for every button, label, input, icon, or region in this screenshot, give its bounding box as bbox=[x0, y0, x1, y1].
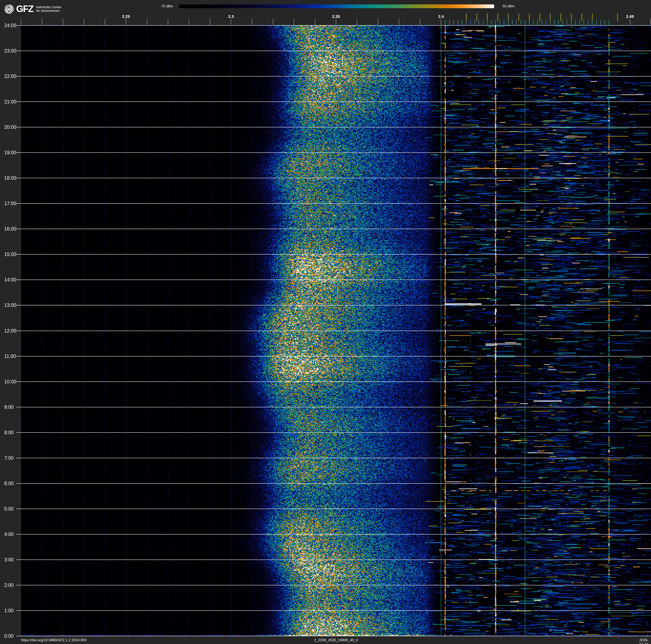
time-tick-3:00 bbox=[17, 559, 21, 560]
time-tick-11:00 bbox=[17, 356, 21, 356]
time-tick-16:00 bbox=[17, 229, 21, 229]
freq-label-2.4: 2.4 bbox=[438, 14, 444, 19]
time-label-9:00: 9:00 bbox=[4, 404, 14, 410]
time-label-4:00: 4:00 bbox=[4, 531, 14, 537]
ble-channel-tick bbox=[541, 20, 542, 25]
wifi-channel-tick bbox=[539, 13, 540, 21]
ble-channel-tick bbox=[554, 20, 555, 25]
freq-minor-tick bbox=[336, 19, 336, 25]
ble-channel-tick bbox=[575, 20, 576, 25]
freq-minor-tick bbox=[231, 19, 231, 25]
dataset-name: 2_2200_2500_10000_40_0 bbox=[314, 638, 358, 642]
ble-channel-tick bbox=[588, 20, 588, 25]
time-label-21:00: 21:00 bbox=[4, 99, 17, 105]
ble-channel-tick bbox=[537, 20, 538, 25]
ble-channel-tick bbox=[478, 20, 479, 25]
gfz-subtitle-line1: Helmholtz Centre bbox=[36, 5, 61, 9]
ble-channel-tick bbox=[495, 20, 496, 25]
ble-channel-tick bbox=[445, 20, 445, 25]
time-label-23:00: 23:00 bbox=[4, 48, 17, 54]
ble-channel-tick bbox=[558, 20, 559, 25]
time-tick-1:00 bbox=[17, 610, 21, 611]
freq-minor-tick bbox=[441, 19, 441, 25]
wifi-channel-tick bbox=[617, 13, 618, 21]
ble-channel-tick bbox=[525, 20, 525, 25]
wifi-channel-tick bbox=[560, 13, 561, 21]
ble-channel-tick bbox=[517, 20, 517, 25]
ble-channel-tick bbox=[462, 20, 462, 25]
time-label-19:00: 19:00 bbox=[4, 150, 17, 155]
time-tick-2:00 bbox=[17, 585, 21, 585]
time-tick-23:00 bbox=[17, 51, 21, 51]
ble-channel-tick bbox=[504, 20, 504, 25]
time-tick-19:00 bbox=[17, 152, 21, 153]
wifi-channel-tick bbox=[487, 13, 488, 21]
freq-minor-tick bbox=[168, 19, 168, 25]
time-tick-8:00 bbox=[17, 432, 21, 433]
freq-minor-tick bbox=[105, 19, 105, 25]
bottom-axis-line bbox=[17, 636, 651, 636]
time-tick-6:00 bbox=[17, 483, 21, 484]
ble-channel-tick bbox=[563, 20, 563, 25]
wifi-channel-tick bbox=[519, 13, 519, 21]
time-tick-10:00 bbox=[17, 381, 21, 382]
time-label-1:00: 1:00 bbox=[4, 608, 14, 614]
time-tick-17:00 bbox=[17, 203, 21, 204]
freq-minor-tick bbox=[650, 19, 651, 25]
freq-label-2.35: 2.35 bbox=[332, 14, 340, 19]
ble-channel-tick bbox=[491, 20, 492, 25]
ble-channel-tick bbox=[458, 20, 458, 25]
gfz-subtitle: Helmholtz Centre for Geosciences bbox=[36, 5, 61, 12]
time-tick-13:00 bbox=[17, 305, 21, 305]
ble-channel-tick bbox=[487, 20, 488, 25]
spectrogram-page: GFZ Helmholtz Centre for Geosciences -75… bbox=[0, 0, 651, 644]
time-tick-5:00 bbox=[17, 509, 21, 509]
ble-channel-tick bbox=[600, 20, 601, 25]
ble-channel-tick bbox=[571, 20, 571, 25]
time-tick-20:00 bbox=[17, 127, 21, 127]
freq-minor-tick bbox=[210, 19, 210, 25]
freq-label-2.49: 2.49 bbox=[626, 14, 634, 19]
wifi-channel-tick bbox=[582, 13, 582, 21]
time-label-14:00: 14:00 bbox=[4, 277, 17, 283]
ble-channel-tick bbox=[521, 20, 521, 25]
time-tick-15:00 bbox=[17, 254, 21, 255]
ble-channel-tick bbox=[533, 20, 534, 25]
time-tick-12:00 bbox=[17, 331, 21, 331]
ble-channel-tick bbox=[466, 20, 466, 25]
time-label-8:00: 8:00 bbox=[4, 430, 14, 436]
time-label-24:00: 24:00 bbox=[4, 23, 17, 28]
time-tick-9:00 bbox=[17, 407, 21, 407]
freq-minor-tick bbox=[189, 19, 189, 25]
ble-channel-tick bbox=[567, 20, 567, 25]
time-label-12:00: 12:00 bbox=[4, 328, 17, 334]
freq-label-2.25: 2.25 bbox=[122, 14, 130, 19]
time-label-7:00: 7:00 bbox=[4, 455, 14, 461]
time-tick-21:00 bbox=[17, 101, 21, 102]
wifi-channel-tick bbox=[592, 13, 593, 21]
freq-minor-tick bbox=[84, 19, 84, 25]
ble-channel-tick bbox=[483, 20, 483, 25]
ble-channel-tick bbox=[550, 20, 550, 25]
gfz-subtitle-line2: for Geosciences bbox=[36, 9, 61, 12]
time-label-3:00: 3:00 bbox=[4, 557, 14, 563]
time-label-2:00: 2:00 bbox=[4, 582, 14, 588]
freq-minor-tick bbox=[21, 19, 21, 25]
ble-channel-tick bbox=[546, 20, 546, 25]
time-label-13:00: 13:00 bbox=[4, 302, 17, 308]
wifi-channel-tick bbox=[550, 13, 551, 21]
colorbar-min-label: -75 dBm bbox=[160, 4, 176, 8]
time-label-11:00: 11:00 bbox=[4, 354, 16, 359]
wifi-channel-tick bbox=[571, 13, 571, 21]
gfz-wordmark: GFZ bbox=[16, 4, 33, 13]
ble-channel-tick bbox=[449, 20, 450, 25]
time-tick-22:00 bbox=[17, 76, 21, 77]
colorbar-gradient bbox=[179, 4, 494, 8]
time-tick-7:00 bbox=[17, 458, 21, 458]
wifi-channel-tick bbox=[476, 13, 477, 21]
freq-minor-tick bbox=[294, 19, 294, 25]
time-label-18:00: 18:00 bbox=[4, 175, 17, 181]
ble-channel-tick bbox=[474, 20, 475, 25]
date-label: 2026-04-16 bbox=[640, 638, 649, 644]
spectrogram-canvas bbox=[21, 25, 651, 636]
